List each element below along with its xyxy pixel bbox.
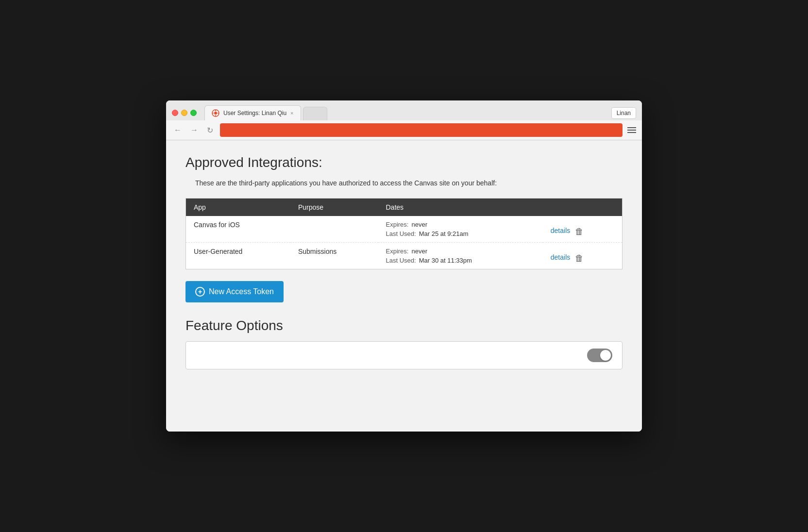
active-tab[interactable]: User Settings: Linan Qiu × [204, 105, 301, 120]
app-dates: Expires: never Last Used: Mar 25 at 9:21… [378, 216, 543, 243]
tab-title: User Settings: Linan Qiu [223, 110, 286, 116]
address-bar: ← → ↻ [166, 120, 642, 140]
expires-value: never [411, 221, 427, 228]
expires-label: Expires: [386, 221, 409, 228]
last-used-value: Mar 25 at 9:21am [419, 230, 469, 237]
app-actions: details 🗑 [543, 216, 623, 243]
close-button[interactable] [172, 110, 178, 116]
last-used-label: Last Used: [386, 230, 416, 237]
tab-close-button[interactable]: × [290, 110, 293, 116]
menu-button[interactable] [627, 127, 636, 133]
app-name: User-Generated [186, 243, 290, 269]
plus-icon: + [195, 287, 205, 297]
expires-value: never [411, 248, 427, 255]
expires-label: Expires: [386, 248, 409, 255]
refresh-button[interactable]: ↻ [205, 125, 215, 136]
approved-integrations-description: These are the third-party applications y… [195, 178, 623, 188]
col-actions [543, 199, 623, 216]
app-name: Canvas for iOS [186, 216, 290, 243]
menu-line-3 [627, 132, 636, 133]
minimize-button[interactable] [181, 110, 187, 116]
last-used-label: Last Used: [386, 257, 416, 264]
table-header-row: App Purpose Dates [186, 199, 623, 216]
app-dates: Expires: never Last Used: Mar 30 at 11:3… [378, 243, 543, 269]
forward-button[interactable]: → [188, 125, 200, 135]
title-bar: User Settings: Linan Qiu × Linan [166, 100, 642, 120]
browser-window: User Settings: Linan Qiu × Linan ← → ↻ A… [166, 100, 642, 432]
col-app: App [186, 199, 290, 216]
maximize-button[interactable] [190, 110, 197, 116]
table-row: User-Generated Submissions Expires: neve… [186, 243, 623, 269]
integrations-table: App Purpose Dates Canvas for iOS [185, 198, 623, 269]
col-dates: Dates [378, 199, 543, 216]
new-access-token-button[interactable]: + New Access Token [185, 281, 284, 302]
app-purpose: Submissions [290, 243, 378, 269]
details-link-2[interactable]: details [551, 253, 570, 261]
new-token-label: New Access Token [209, 287, 274, 296]
menu-line-1 [627, 127, 636, 128]
empty-tab[interactable] [303, 107, 327, 120]
back-button[interactable]: ← [172, 125, 184, 135]
delete-icon-2[interactable]: 🗑 [575, 253, 584, 264]
app-actions: details 🗑 [543, 243, 623, 269]
traffic-lights [172, 110, 197, 116]
last-used-value: Mar 30 at 11:33pm [419, 257, 472, 264]
tabs-area: User Settings: Linan Qiu × [204, 105, 607, 120]
app-purpose [290, 216, 378, 243]
delete-icon-1[interactable]: 🗑 [575, 227, 584, 237]
svg-point-1 [214, 112, 217, 115]
table-row: Canvas for iOS Expires: never Last Us [186, 216, 623, 243]
feature-option-item [185, 341, 623, 369]
toggle-knob [600, 350, 611, 361]
feature-options-title: Feature Options [185, 318, 623, 333]
feature-toggle[interactable] [587, 349, 612, 362]
tab-favicon-icon [212, 109, 219, 117]
user-badge[interactable]: Linan [611, 107, 636, 119]
url-bar[interactable] [220, 123, 623, 137]
col-purpose: Purpose [290, 199, 378, 216]
approved-integrations-title: Approved Integrations: [185, 155, 623, 170]
page-content: Approved Integrations: These are the thi… [166, 140, 642, 432]
menu-line-2 [627, 130, 636, 131]
details-link-1[interactable]: details [551, 227, 570, 234]
